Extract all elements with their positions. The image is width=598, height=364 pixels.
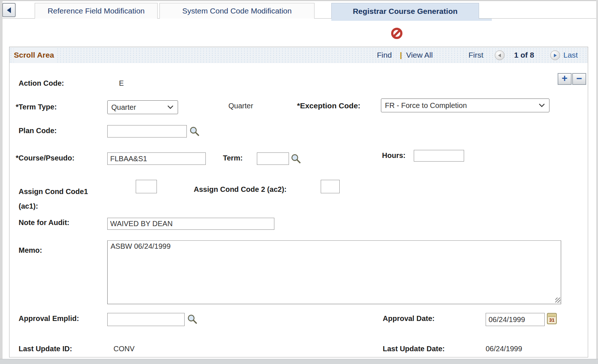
next-row-button[interactable] bbox=[550, 50, 560, 60]
last-link[interactable]: Last bbox=[563, 47, 578, 63]
row-position-text: 1 of 8 bbox=[514, 47, 534, 63]
active-tab-strip bbox=[331, 19, 492, 21]
term-input[interactable] bbox=[257, 152, 289, 165]
exception-code-selected-value: FR - Force to Completion bbox=[385, 101, 467, 110]
scroll-area: Scroll Area Find | View All First 1 of 8… bbox=[9, 47, 588, 357]
hours-label: Hours: bbox=[382, 151, 405, 160]
assign-cond-code1-label-line1: Assign Cond Code1 bbox=[19, 187, 88, 196]
toolbar-separator: | bbox=[400, 47, 402, 63]
term-search-icon[interactable] bbox=[290, 153, 301, 164]
action-code-value: E bbox=[119, 79, 124, 88]
approval-emplid-label: Approval Emplid: bbox=[19, 314, 79, 323]
term-label: Term: bbox=[223, 154, 243, 162]
memo-textarea[interactable]: ASBW 06/24/1999 bbox=[107, 240, 561, 304]
memo-label: Memo: bbox=[19, 246, 42, 255]
arrow-left-icon bbox=[498, 53, 502, 58]
approval-date-label: Approval Date: bbox=[383, 314, 435, 323]
note-for-audit-label: Note for Audit: bbox=[19, 218, 69, 227]
term-type-display-value: Quarter bbox=[228, 102, 253, 110]
approval-emplid-search-icon[interactable] bbox=[187, 314, 198, 325]
first-link[interactable]: First bbox=[468, 47, 483, 63]
assign-cond-code1-label-line2: (ac1): bbox=[19, 202, 38, 210]
chevron-down-icon bbox=[167, 105, 173, 109]
calendar-icon-label: 31 bbox=[549, 317, 554, 324]
calendar-icon[interactable]: 31 bbox=[547, 313, 557, 324]
memo-resize-grip[interactable] bbox=[555, 298, 560, 303]
scroll-area-title: Scroll Area bbox=[14, 47, 57, 63]
note-for-audit-input[interactable] bbox=[107, 218, 274, 230]
assign-cond-code2-input[interactable] bbox=[321, 180, 340, 193]
tab-label: Reference Field Modification bbox=[47, 7, 144, 15]
add-row-button[interactable]: + bbox=[558, 73, 571, 85]
course-pseudo-label: *Course/Pseudo: bbox=[16, 154, 74, 162]
last-update-id-label: Last Update ID: bbox=[19, 345, 72, 353]
page-frame-right bbox=[596, 0, 598, 364]
hours-input[interactable] bbox=[414, 150, 464, 162]
page: Reference Field Modification System Cond… bbox=[0, 0, 598, 364]
course-pseudo-input[interactable] bbox=[107, 152, 206, 165]
chevron-down-icon bbox=[539, 104, 545, 107]
term-type-label: *Term Type: bbox=[16, 103, 57, 111]
plan-code-search-icon[interactable] bbox=[189, 126, 200, 137]
tab-label: System Cond Code Modification bbox=[182, 7, 292, 15]
approval-emplid-input[interactable] bbox=[107, 313, 185, 326]
tab-label: Registrar Course Generation bbox=[353, 7, 458, 16]
exception-code-label: *Exception Code: bbox=[297, 101, 360, 110]
tab-registrar-course-generation[interactable]: Registrar Course Generation bbox=[331, 3, 479, 19]
previous-row-button[interactable] bbox=[495, 50, 505, 60]
action-code-label: Action Code: bbox=[19, 79, 64, 88]
exception-code-select[interactable]: FR - Force to Completion bbox=[381, 98, 549, 112]
assign-cond-code1-input[interactable] bbox=[136, 180, 157, 193]
tab-system-cond-code-modification[interactable]: System Cond Code Modification bbox=[159, 3, 315, 19]
plan-code-label: Plan Code: bbox=[19, 127, 57, 135]
last-update-date-label: Last Update Date: bbox=[383, 345, 445, 353]
assign-cond-code2-label: Assign Cond Code 2 (ac2): bbox=[194, 185, 286, 194]
page-frame-left bbox=[0, 0, 3, 364]
page-frame-top bbox=[0, 0, 598, 1]
arrow-right-icon bbox=[553, 53, 557, 58]
plan-code-input[interactable] bbox=[107, 125, 187, 138]
last-update-date-value: 06/24/1999 bbox=[486, 345, 522, 353]
approval-date-input[interactable] bbox=[486, 313, 545, 326]
delete-row-button[interactable]: − bbox=[572, 73, 586, 85]
find-link[interactable]: Find bbox=[377, 47, 392, 63]
arrow-left-icon bbox=[6, 7, 12, 14]
no-entry-icon bbox=[391, 27, 403, 39]
tab-reference-field-modification[interactable]: Reference Field Modification bbox=[35, 3, 158, 19]
term-type-select[interactable]: Quarter bbox=[107, 100, 178, 114]
view-all-link[interactable]: View All bbox=[406, 47, 433, 63]
scroll-tabs-left-button[interactable] bbox=[2, 3, 16, 17]
page-frame-bottom bbox=[0, 359, 598, 364]
term-type-selected-value: Quarter bbox=[111, 103, 136, 112]
last-update-id-value: CONV bbox=[113, 345, 135, 353]
